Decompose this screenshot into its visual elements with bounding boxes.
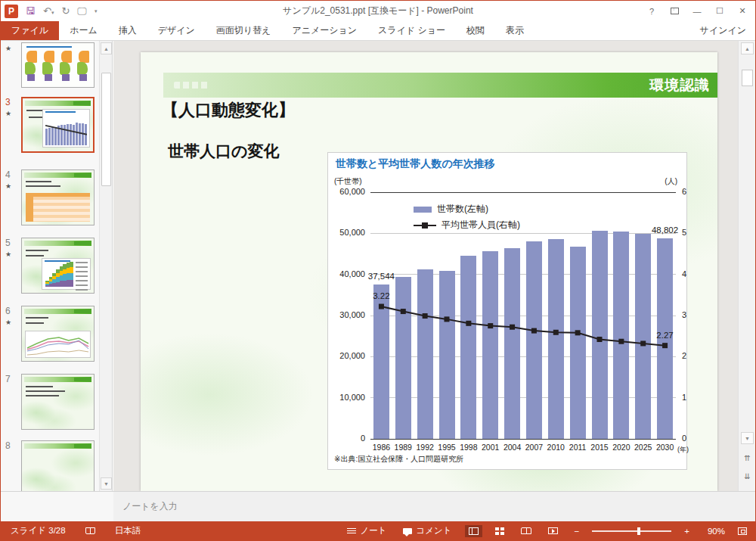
animation-star-icon: ★ [5, 182, 19, 190]
line-series [370, 192, 676, 439]
tab-design[interactable]: デザイン [147, 21, 206, 40]
tab-animations[interactable]: アニメーション [281, 21, 367, 40]
next-slide-icon[interactable]: ⇊ [741, 470, 754, 482]
zoom-in-button[interactable]: + [680, 524, 693, 538]
minimize-icon[interactable]: — [687, 4, 707, 19]
comments-toggle-button[interactable]: コメント [399, 523, 455, 539]
maximize-icon[interactable]: ☐ [710, 4, 730, 19]
status-bar: スライド 3/28 日本語 ノート コメント − + 90% [1, 521, 755, 540]
tab-home[interactable]: ホーム [59, 21, 108, 40]
right-axis-tick: 2 [682, 351, 686, 360]
reading-view-icon [521, 527, 531, 534]
scroll-down-icon[interactable]: ▼ [101, 477, 112, 490]
scrollbar-thumb[interactable] [742, 70, 753, 86]
scroll-up-icon[interactable]: ▲ [101, 42, 112, 54]
slide-3-editing-surface[interactable]: 環境認識 【人口動態変化】 世帯人口の変化 世帯数と平均世帯人数の年次推移 (千… [141, 52, 717, 491]
animation-star-icon: ★ [5, 250, 19, 258]
slide-number: 5 [5, 238, 11, 248]
slide-subtitle[interactable]: 世帯人口の変化 [168, 141, 280, 162]
slide-4-mini [22, 170, 94, 225]
help-icon[interactable]: ? [642, 4, 662, 19]
slide-5-mini [22, 238, 94, 293]
start-slideshow-icon[interactable]: 🖵 [77, 6, 87, 16]
left-axis-tick: 50,000 [329, 228, 365, 237]
tab-slideshow[interactable]: スライド ショー [367, 21, 456, 40]
slide-6-mini [22, 306, 94, 361]
zoom-slider-handle[interactable] [637, 527, 640, 535]
sign-in-button[interactable]: サインイン [691, 21, 755, 40]
notes-pane[interactable]: ノートを入力 [113, 491, 755, 521]
tab-file[interactable]: ファイル [1, 21, 59, 40]
language-button[interactable]: 日本語 [111, 523, 145, 539]
slide-sorter-view-button[interactable] [491, 525, 508, 537]
slide-canvas: 環境認識 【人口動態変化】 世帯人口の変化 世帯数と平均世帯人数の年次推移 (千… [113, 41, 755, 491]
thumbnail-scrollbar[interactable]: ▲ ▼ [99, 41, 112, 491]
window-controls: ? — ☐ ✕ [642, 4, 755, 19]
right-axis-tick: 5 [682, 228, 686, 237]
thumbnail-slide-5[interactable]: 5★ [1, 238, 98, 294]
x-axis-unit: (年) [677, 445, 689, 455]
spell-check-icon[interactable] [82, 525, 99, 536]
header-watermark [174, 82, 209, 89]
thumbnail-slide-2[interactable]: ★ [1, 42, 98, 88]
previous-slide-icon[interactable]: ⇈ [741, 452, 754, 464]
thumbnail-slide-4[interactable]: 4★ [1, 169, 98, 225]
right-axis-tick: 6 [682, 187, 686, 196]
data-label: 37,544 [368, 272, 395, 281]
slide-header-label: 環境認識 [649, 76, 717, 95]
zoom-slider[interactable] [592, 530, 671, 532]
powerpoint-logo-icon[interactable]: P [5, 5, 18, 18]
right-axis-tick: 1 [682, 393, 686, 402]
slideshow-icon [548, 527, 558, 534]
save-icon[interactable]: 🖫 [26, 6, 36, 16]
thumbnail-slide-8[interactable]: 8 [1, 440, 98, 491]
thumbnail-slide-7[interactable]: 7 [1, 374, 98, 430]
tab-review[interactable]: 校閲 [456, 21, 495, 40]
fit-to-window-icon[interactable] [734, 525, 751, 537]
customize-qat-icon[interactable]: ▾ [94, 8, 98, 14]
scroll-up-icon[interactable]: ▲ [741, 42, 754, 54]
thumbnail-slide-3[interactable]: 3★ [1, 97, 98, 153]
animation-star-icon: ★ [5, 110, 19, 117]
close-icon[interactable]: ✕ [733, 4, 752, 19]
scroll-down-icon[interactable]: ▼ [741, 432, 754, 444]
tab-transitions[interactable]: 画面切り替え [206, 21, 282, 40]
ribbon-display-options-icon[interactable] [665, 4, 684, 19]
slide-2-mini [22, 43, 94, 87]
tab-insert[interactable]: 挿入 [108, 21, 147, 40]
notes-toggle-button[interactable]: ノート [343, 523, 390, 539]
data-label: 3.22 [373, 291, 389, 300]
reading-view-button[interactable] [517, 525, 535, 536]
chart-object[interactable]: 世帯数と平均世帯人数の年次推移 (千世帯) (人) 世帯数(左軸) 平均世帯人員… [327, 152, 687, 470]
slide-header-bar[interactable]: 環境認識 [163, 73, 717, 98]
zoom-out-button[interactable]: − [571, 524, 584, 538]
slide-counter[interactable]: スライド 3/28 [7, 523, 70, 539]
left-axis-tick: 10,000 [329, 393, 365, 402]
slide-8-mini [22, 441, 94, 491]
right-axis-tick: 4 [682, 269, 686, 278]
thumbnail-slide-6[interactable]: 6★ [1, 306, 98, 362]
tab-view[interactable]: 表示 [495, 21, 534, 40]
redo-icon[interactable]: ↻ [61, 6, 70, 16]
title-bar: P 🖫 ↶▾ ↻ 🖵 ▾ サンプル2_0531.ppt [互換モード] - Po… [1, 1, 755, 21]
left-axis-tick: 40,000 [329, 269, 365, 278]
slide-number: 7 [5, 374, 11, 384]
slide-number: 6 [5, 306, 11, 316]
normal-view-button[interactable] [465, 525, 482, 537]
data-label: 2.27 [656, 331, 673, 340]
scrollbar-thumb[interactable] [101, 73, 111, 186]
animation-star-icon: ★ [5, 45, 19, 52]
x-axis-label: 2030 [652, 443, 678, 452]
slide-number: 8 [5, 440, 11, 451]
comment-icon [403, 528, 412, 534]
slideshow-view-button[interactable] [544, 525, 562, 536]
zoom-percentage[interactable]: 90% [702, 527, 725, 536]
chart-plot-area: 世帯数(左軸) 平均世帯人員(右軸) 0010,000120,000230,00… [370, 192, 676, 439]
chart-title: 世帯数と平均世帯人数の年次推移 [336, 157, 495, 171]
notes-placeholder: ノートを入力 [122, 500, 178, 513]
main-scrollbar[interactable]: ▲ ▼ ⇈ ⇊ [738, 41, 755, 491]
slide-title[interactable]: 【人口動態変化】 [162, 99, 295, 122]
left-axis-tick: 20,000 [329, 351, 365, 360]
right-axis-tick: 3 [682, 310, 686, 319]
undo-icon[interactable]: ↶▾ [43, 6, 54, 16]
